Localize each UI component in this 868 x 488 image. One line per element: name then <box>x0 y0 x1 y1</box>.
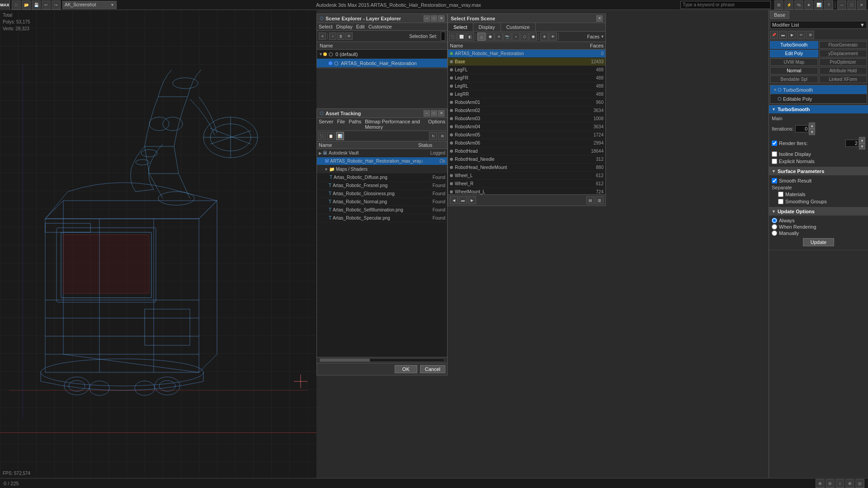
uvwmap-grid-btn[interactable]: UVW Map <box>770 58 818 66</box>
always-radio[interactable] <box>772 218 777 223</box>
linkedxform-grid-btn[interactable]: Linked XForm <box>819 75 868 83</box>
scene-nav-right-icon[interactable]: ▶ <box>468 196 476 204</box>
manually-radio[interactable] <box>772 230 777 236</box>
minimize-window-icon[interactable]: ─ <box>837 0 846 9</box>
smooth-result-check[interactable] <box>772 178 777 183</box>
status-icon3[interactable]: ↕ <box>835 479 844 488</box>
editpoly-grid-btn[interactable]: Edit Poly <box>770 50 818 57</box>
layer-minimize-btn[interactable]: ─ <box>424 15 430 22</box>
mod-settings-icon[interactable]: ⚙ <box>806 31 814 39</box>
mod-pin-icon[interactable]: 📌 <box>770 31 778 39</box>
asset-menu-server[interactable]: Server <box>319 119 333 130</box>
list-item[interactable]: ▼ ⬡ TurboSmooth <box>770 85 867 94</box>
surface-expand-icon[interactable]: ▼ <box>772 169 776 174</box>
list-item[interactable]: LegFR 488 <box>448 74 605 82</box>
layer-menu-customize[interactable]: Customize <box>368 24 392 29</box>
list-item[interactable]: LegFL 488 <box>448 66 605 74</box>
ydisplacement-grid-btn[interactable]: yDisplacement <box>819 50 868 57</box>
list-item[interactable]: ⬡ Editable Poly <box>770 94 867 103</box>
list-item[interactable]: T Artas_Robotic_Glossiness.png Found <box>317 190 447 198</box>
asset-menu-file[interactable]: File <box>337 119 345 130</box>
select-close-btn[interactable]: ✕ <box>596 15 603 22</box>
grid-icon[interactable]: ⊞ <box>774 0 783 9</box>
scene-geo-icon[interactable]: △ <box>477 33 486 41</box>
list-item[interactable]: RobotArm04 3634 <box>448 123 605 131</box>
list-item[interactable]: ▼ 📁 Maps / Shaders <box>317 165 447 174</box>
list-item[interactable]: RobotArm03 1008 <box>448 115 605 123</box>
list-item[interactable]: T Artas_Robotic_Diffuse.png Found <box>317 174 447 182</box>
base-tab[interactable]: Base <box>770 11 789 19</box>
scene-helper-icon[interactable]: + <box>512 33 520 41</box>
list-item[interactable]: Base 12433 <box>448 58 605 66</box>
list-item[interactable]: RobotArm01 960 <box>448 99 605 107</box>
asset-close-btn[interactable]: ✕ <box>438 110 444 117</box>
mod-list-icon[interactable]: ▬ <box>779 31 787 39</box>
layer-delete-btn[interactable]: 🗑 <box>337 33 344 40</box>
normal-grid-btn[interactable]: Normal <box>770 67 818 75</box>
scene-deselect-icon[interactable]: ⬜ <box>458 33 466 41</box>
smoothing-groups-check[interactable] <box>778 199 783 204</box>
expand-icon[interactable]: ▶ <box>319 151 322 155</box>
iterations-down-btn[interactable]: ▼ <box>809 129 815 135</box>
bendablespl-grid-btn[interactable]: Bendable Spl <box>770 75 818 83</box>
when-rendering-radio[interactable] <box>772 224 777 230</box>
layer-menu-edit[interactable]: Edit <box>356 24 365 29</box>
help-icon[interactable]: ? <box>824 0 833 9</box>
asset-tool3-icon[interactable]: 📊 <box>336 132 344 140</box>
scene-select-all-icon[interactable]: ⬛ <box>449 33 457 41</box>
update-expand-icon[interactable]: ▼ <box>772 209 776 214</box>
tab-customize[interactable]: Customize <box>501 23 536 31</box>
list-item[interactable]: T Artas_Robotic_Normal.png Found <box>317 198 447 206</box>
list-item[interactable]: ▼ ⬡ 0 (default) <box>317 50 447 59</box>
scene-freeze-icon[interactable]: ❄ <box>540 33 548 41</box>
status-icon2[interactable]: ⊖ <box>826 479 835 488</box>
viewport[interactable]: Total Polys: 53,175 Verts: 28,323 FPS: 5… <box>0 10 316 478</box>
scene-hide-icon[interactable]: 👁 <box>549 33 557 41</box>
iterations-up-btn[interactable]: ▲ <box>809 122 815 129</box>
scene-nav-left-icon[interactable]: ◀ <box>450 196 458 204</box>
asset-tool1-icon[interactable]: ⬛ <box>318 132 326 140</box>
list-item[interactable]: ⬡ ARTAS_Robotic_Hair_Restoration <box>317 59 447 68</box>
prooptimizer-grid-btn[interactable]: ProOptimizer <box>819 58 868 66</box>
list-item[interactable]: RobotArm06 2994 <box>448 139 605 147</box>
list-item[interactable]: RobotArm05 1724 <box>448 131 605 139</box>
list-item[interactable]: M ARTAS_Robotic_Hair_Restoration_max_vra… <box>317 157 447 165</box>
render-iters-down-btn[interactable]: ▼ <box>859 143 865 150</box>
iterations-input[interactable] <box>795 125 809 132</box>
layer-close2-btn[interactable]: ✕ <box>319 33 326 40</box>
expand-icon[interactable]: ▼ <box>319 52 323 56</box>
magnet-icon[interactable]: ⚡ <box>784 0 793 9</box>
render-iters-up-btn[interactable]: ▲ <box>859 137 865 143</box>
status-icon1[interactable]: ⊕ <box>816 479 825 488</box>
asset-scrollbar-thumb[interactable] <box>320 359 370 361</box>
star-icon[interactable]: ★ <box>804 0 813 9</box>
attributehold-grid-btn[interactable]: Attribute Hold <box>819 67 868 75</box>
mod-expand-icon[interactable]: ▼ <box>773 88 778 92</box>
modifier-list-dropdown[interactable]: Modifier List ▼ <box>770 21 867 29</box>
save-icon[interactable]: 💾 <box>32 0 41 9</box>
open-icon[interactable]: 📂 <box>22 0 31 9</box>
list-item[interactable]: Wheel_R 612 <box>448 180 605 188</box>
list-item[interactable]: ▶ 🏛 Autodesk Vault Logged <box>317 149 447 157</box>
asset-maximize-btn[interactable]: □ <box>431 110 437 117</box>
new-icon[interactable]: □ <box>12 0 21 9</box>
asset-menu-paths[interactable]: Paths <box>349 119 361 130</box>
scene-light-icon[interactable]: ☀ <box>495 33 503 41</box>
layer-view-btn[interactable]: 👁 <box>345 33 353 40</box>
list-item[interactable]: LegRL 488 <box>448 82 605 90</box>
asset-tool2-icon[interactable]: 📋 <box>327 132 335 140</box>
scene-shape-icon[interactable]: ⬟ <box>486 33 494 41</box>
list-item[interactable]: Wheel_L 612 <box>448 172 605 180</box>
scene-nav-view3-icon[interactable]: ▥ <box>595 196 604 204</box>
scene-camera-icon[interactable]: 📷 <box>503 33 511 41</box>
render-iters-input[interactable] <box>845 140 859 147</box>
scene-invert-icon[interactable]: ◧ <box>466 33 474 41</box>
scene-space-icon[interactable]: ⬡ <box>520 33 528 41</box>
search-input[interactable] <box>680 1 771 9</box>
isoline-check[interactable] <box>772 151 777 157</box>
materials-check[interactable] <box>778 192 783 197</box>
asset-menu-options[interactable]: Options <box>428 119 445 130</box>
tab-display[interactable]: Display <box>473 23 501 31</box>
close-window-icon[interactable]: ✕ <box>857 0 866 9</box>
list-item[interactable]: RobotHead_NeedleMount 880 <box>448 164 605 172</box>
